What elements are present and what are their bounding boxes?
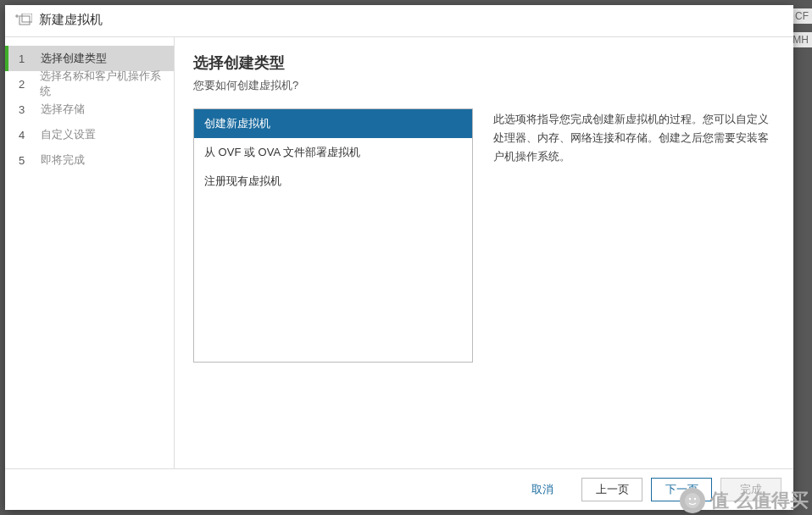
step-number: 2 [19,78,31,91]
option-create-new-vm[interactable]: 创建新虚拟机 [194,109,472,138]
dialog-footer: 取消 上一页 下一页 完成 [5,468,793,510]
option-deploy-from-ovf-ova[interactable]: 从 OVF 或 OVA 文件部署虚拟机 [194,138,472,167]
next-button[interactable]: 下一页 [651,478,712,501]
cancel-button[interactable]: 取消 [512,478,573,501]
svg-rect-1 [22,14,32,22]
new-vm-icon [15,13,32,28]
wizard-step-select-name-os: 2 选择名称和客户机操作系统 [5,71,174,97]
wizard-step-select-storage: 3 选择存储 [5,97,174,122]
wizard-step-select-creation-type[interactable]: 1 选择创建类型 [5,46,174,71]
content-subtitle: 您要如何创建虚拟机? [193,78,775,93]
dialog-title: 新建虚拟机 [39,12,103,28]
step-label: 自定义设置 [41,127,96,142]
wizard-step-customize-settings: 4 自定义设置 [5,122,174,147]
option-description: 此选项将指导您完成创建新虚拟机的过程。您可以自定义处理器、内存、网络连接和存储。… [493,108,775,460]
step-label: 即将完成 [41,152,85,168]
option-register-existing-vm[interactable]: 注册现有虚拟机 [194,167,472,196]
step-number: 5 [19,154,32,167]
content-title: 选择创建类型 [193,53,775,73]
content-pane: 选择创建类型 您要如何创建虚拟机? 创建新虚拟机 从 OVF 或 OVA 文件部… [175,37,793,468]
svg-rect-0 [19,16,30,25]
wizard-step-ready-complete: 5 即将完成 [5,147,174,173]
dialog-header: 新建虚拟机 [5,5,793,37]
back-button[interactable]: 上一页 [581,478,642,501]
step-label: 选择存储 [41,102,85,117]
bg-text-1: CF [792,8,812,24]
step-label: 选择名称和客户机操作系统 [40,69,164,99]
step-number: 4 [19,129,32,141]
dialog-body: 1 选择创建类型 2 选择名称和客户机操作系统 3 选择存储 4 自定义设置 5… [5,37,793,468]
creation-type-list: 创建新虚拟机 从 OVF 或 OVA 文件部署虚拟机 注册现有虚拟机 [193,108,473,363]
step-number: 3 [19,103,32,116]
content-row: 创建新虚拟机 从 OVF 或 OVA 文件部署虚拟机 注册现有虚拟机 此选项将指… [193,108,775,460]
wizard-steps-nav: 1 选择创建类型 2 选择名称和客户机操作系统 3 选择存储 4 自定义设置 5… [5,37,175,468]
finish-button: 完成 [720,478,781,501]
new-vm-dialog: 新建虚拟机 1 选择创建类型 2 选择名称和客户机操作系统 3 选择存储 4 自… [5,5,793,510]
step-label: 选择创建类型 [41,51,107,66]
step-number: 1 [19,53,32,65]
